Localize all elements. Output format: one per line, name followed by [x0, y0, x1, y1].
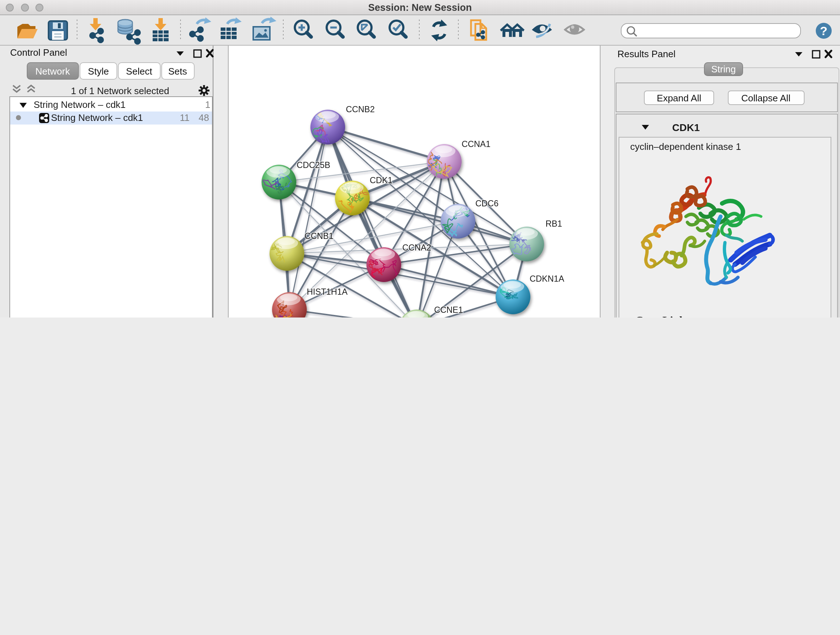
svg-text:HIST1H1A: HIST1H1A [307, 287, 347, 296]
svg-text:RB1: RB1 [546, 219, 562, 228]
svg-text:CCNA2: CCNA2 [402, 243, 431, 252]
svg-text:CDC25B: CDC25B [297, 160, 330, 170]
svg-text:CCNE1: CCNE1 [434, 305, 463, 315]
svg-text:CDKN1A: CDKN1A [530, 274, 564, 283]
svg-text:CDK1: CDK1 [370, 176, 393, 185]
svg-text:CDC6: CDC6 [475, 199, 499, 208]
svg-text:CCNB2: CCNB2 [346, 105, 375, 114]
svg-text:CCNB1: CCNB1 [305, 231, 333, 241]
svg-text:CCNA1: CCNA1 [462, 139, 491, 149]
svg-text:?: ? [820, 24, 828, 38]
